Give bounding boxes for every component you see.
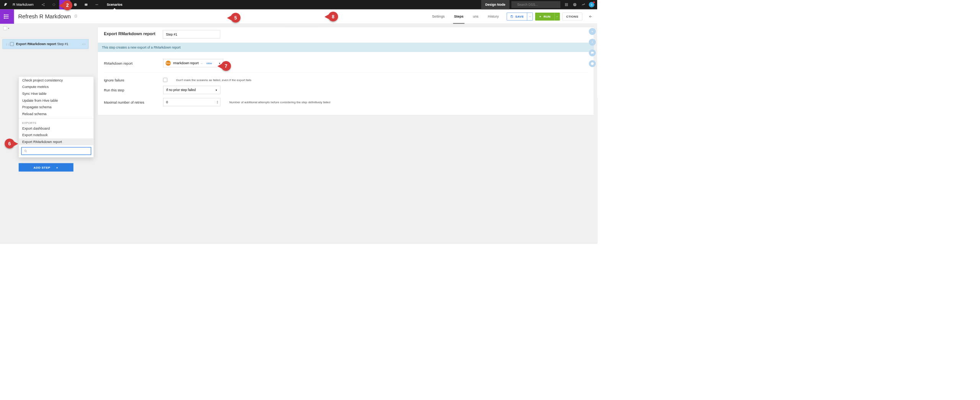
chevron-down-icon: ▼	[215, 89, 217, 91]
svg-rect-15	[565, 4, 566, 5]
chevron-down-icon	[556, 15, 559, 18]
logo-bird-icon[interactable]	[0, 2, 11, 7]
menu-search-input[interactable]	[29, 149, 88, 153]
design-node-label[interactable]: Design Node	[481, 0, 510, 9]
svg-rect-12	[565, 3, 566, 4]
search-icon	[24, 150, 28, 153]
step-more-icon[interactable]: ⋯	[82, 42, 86, 46]
badge-5: 5	[231, 13, 241, 23]
project-name[interactable]: R Markdown	[11, 3, 38, 7]
chat-circle-icon[interactable]	[589, 49, 596, 56]
select-all-checkbox[interactable]	[3, 26, 7, 30]
badge-6: 6	[5, 139, 15, 149]
menu-item[interactable]: Compute metrics	[19, 83, 93, 90]
select-all-dropdown-icon[interactable]: ▾	[8, 27, 9, 29]
search-input[interactable]	[517, 3, 558, 7]
menu-item[interactable]: Export notebook	[19, 132, 93, 138]
menu-search[interactable]	[21, 147, 91, 155]
step-name-input[interactable]	[163, 30, 220, 39]
svg-rect-28	[511, 15, 512, 16]
select-all-row[interactable]: ▾	[0, 24, 91, 33]
scenario-icon[interactable]	[0, 9, 14, 24]
svg-rect-18	[565, 5, 566, 6]
more-icon[interactable]	[91, 0, 102, 9]
subheader: Refresh R Markdown Settings Steps uns Hi…	[0, 9, 597, 24]
svg-point-0	[42, 4, 42, 5]
share-icon[interactable]	[38, 0, 49, 9]
svg-point-10	[98, 5, 98, 5]
badge-7: 7	[221, 61, 231, 71]
actions-button[interactable]: CTIONS	[562, 13, 582, 21]
menu-group-label: EXPORTS	[19, 119, 93, 125]
badge-8: 8	[328, 11, 338, 21]
menu-item[interactable]: Check project consistency	[19, 76, 93, 83]
svg-point-9	[96, 5, 97, 5]
menu-item[interactable]: Propagate schema	[19, 104, 93, 111]
notification-dot-icon	[593, 2, 595, 3]
tab-history[interactable]: History	[483, 9, 503, 24]
clock-circle-icon[interactable]	[589, 60, 596, 67]
save-button[interactable]: SAVE	[506, 13, 533, 21]
add-step-menu: Check project consistency Compute metric…	[19, 76, 94, 158]
copy-icon[interactable]	[74, 14, 78, 19]
badge-2: 2	[62, 0, 72, 10]
ignore-failure-label: Ignore failure	[104, 78, 157, 82]
rmarkdown-report-label: RMarkdown report	[104, 61, 157, 65]
menu-item-highlighted[interactable]: Export RMarkdown report	[19, 138, 93, 145]
apps-grid-icon[interactable]	[562, 0, 571, 9]
svg-point-8	[96, 5, 96, 5]
tab-steps[interactable]: Steps	[449, 9, 468, 24]
ignore-failure-help: Don't mark the sceanrio as failed, even …	[176, 78, 252, 81]
back-arrow-icon[interactable]	[586, 14, 595, 19]
tab-settings[interactable]: Settings	[427, 9, 449, 24]
add-step-button[interactable]: ADD STEP▲	[19, 163, 74, 172]
help-icon[interactable]: ?	[571, 0, 579, 9]
info-circle-icon[interactable]	[589, 39, 596, 46]
info-banner: This step creates a new export of a RMar…	[98, 43, 594, 52]
chevron-down-icon	[528, 15, 532, 18]
add-circle-icon[interactable]	[589, 28, 596, 35]
retries-label: Maximal number of retries	[104, 100, 157, 104]
page-title: Refresh R Markdown	[18, 13, 71, 20]
svg-point-3	[53, 3, 55, 6]
run-button[interactable]: RUN	[535, 13, 560, 21]
svg-point-2	[44, 5, 44, 6]
trend-icon[interactable]	[579, 0, 588, 9]
svg-rect-20	[567, 5, 568, 6]
steps-sidebar: ▾ ⋮⋮ Export RMarkdown report Step #1 ⋯ A…	[0, 24, 91, 244]
spinner-icon[interactable]: ▲▼	[215, 100, 218, 104]
svg-rect-16	[566, 4, 567, 5]
rmd-view-link[interactable]: view	[206, 62, 212, 65]
search-dss[interactable]	[511, 1, 560, 8]
menu-item[interactable]: Sync Hive table	[19, 90, 93, 97]
step-list-item[interactable]: ⋮⋮ Export RMarkdown report Step #1 ⋯	[2, 39, 88, 49]
drag-handle-icon[interactable]: ⋮⋮	[5, 43, 9, 46]
svg-rect-13	[566, 3, 567, 4]
svg-point-24	[4, 16, 4, 16]
run-dropdown[interactable]	[554, 13, 560, 21]
search-icon	[514, 3, 515, 7]
svg-rect-17	[567, 4, 568, 5]
step-label: Export RMarkdown report Step #1	[16, 42, 69, 46]
retries-input[interactable]: 0 ▲▼	[163, 98, 220, 106]
rmarkdown-report-select[interactable]: Rmd rmarkdown report – view ▼	[163, 59, 223, 67]
menu-item[interactable]: Export dashboard	[19, 125, 93, 132]
run-this-step-select[interactable]: If no prior step failed ▼	[163, 86, 220, 94]
dashboard-icon[interactable]	[81, 0, 91, 9]
avatar[interactable]: S	[589, 2, 595, 8]
tab-runs[interactable]: uns	[468, 9, 483, 24]
step-heading: Export RMarkdown report	[104, 31, 155, 36]
save-dropdown[interactable]	[527, 13, 533, 21]
menu-item[interactable]: Update from Hive table	[19, 97, 93, 104]
menu-item[interactable]: Reload schema	[19, 111, 93, 117]
ignore-failure-checkbox[interactable]	[163, 78, 167, 82]
tab-scenarios[interactable]: Scenarios	[102, 0, 127, 9]
svg-point-25	[4, 18, 4, 18]
svg-rect-27	[75, 15, 77, 17]
play-icon	[539, 15, 542, 18]
right-rail	[589, 28, 596, 67]
rmd-selected-name: rmarkdown report	[173, 61, 199, 65]
step-checkbox[interactable]	[10, 42, 14, 46]
svg-point-11	[514, 4, 515, 5]
top-bar: R Markdown Scenarios Design Node ? S	[0, 0, 597, 9]
